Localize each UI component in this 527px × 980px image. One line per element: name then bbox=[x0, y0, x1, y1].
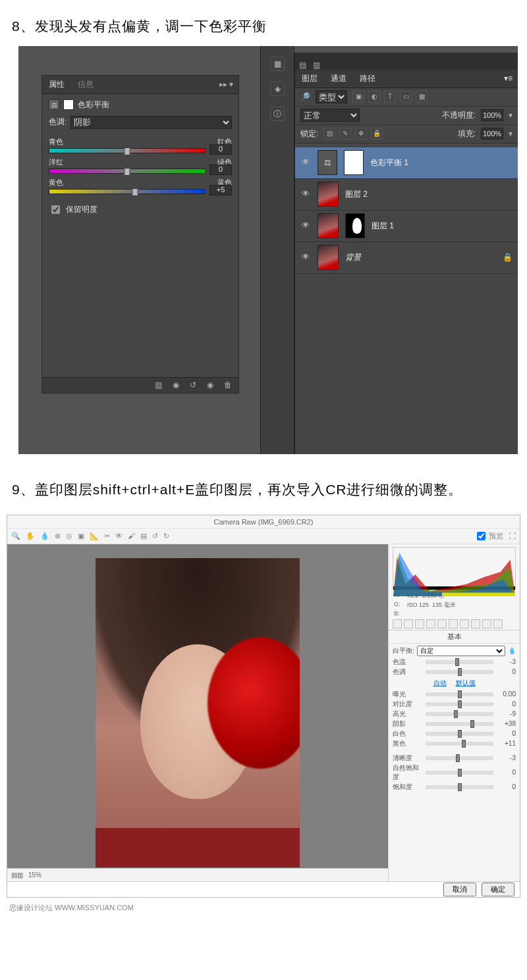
panel-menu-icon[interactable]: ▸▸ ▾ bbox=[214, 80, 238, 89]
preserve-luminosity-input[interactable] bbox=[51, 205, 60, 214]
rotate-ccw-icon[interactable]: ↺ bbox=[152, 532, 158, 540]
ok-button[interactable]: 确定 bbox=[482, 883, 514, 896]
lock-trans-icon[interactable]: ▨ bbox=[323, 128, 335, 140]
rotate-cw-icon[interactable]: ↻ bbox=[163, 532, 169, 540]
mask-thumb[interactable] bbox=[345, 213, 365, 238]
auto-link[interactable]: 自动 bbox=[433, 679, 447, 688]
grad-tool-icon[interactable]: ▤ bbox=[140, 532, 147, 540]
layer-name[interactable]: 图层 2 bbox=[345, 189, 368, 200]
slider-whites[interactable]: 白色0 bbox=[393, 729, 516, 738]
align-icon[interactable]: ▥ bbox=[313, 61, 320, 70]
view-prev-icon[interactable]: ◉ bbox=[173, 380, 179, 390]
wb-eyedropper-icon[interactable]: 💧 bbox=[508, 647, 516, 654]
slider-contrast[interactable]: 对比度0 bbox=[393, 700, 516, 709]
tab-info[interactable]: 信息 bbox=[71, 76, 100, 93]
wb-tool-icon[interactable]: 💧 bbox=[40, 532, 49, 540]
layer-row-color-balance[interactable]: 👁 ⚖ 色彩平衡 1 bbox=[295, 147, 518, 179]
layer-row-background[interactable]: 👁 背景 🔒 bbox=[295, 242, 518, 274]
tab-paths[interactable]: 路径 bbox=[353, 70, 382, 88]
opacity-dropdown-icon[interactable]: ▾ bbox=[509, 111, 513, 120]
opacity-value[interactable]: 100% bbox=[481, 109, 503, 121]
tab-detail-icon[interactable] bbox=[415, 619, 424, 629]
fill-value[interactable]: 100% bbox=[481, 128, 503, 140]
slider-blacks[interactable]: 黑色+11 bbox=[393, 739, 516, 748]
slider-tint[interactable]: 色调0 bbox=[393, 667, 516, 677]
visibility-icon[interactable]: ◉ bbox=[207, 380, 213, 390]
slider-cyan-red[interactable]: 青色红色 0 bbox=[49, 137, 232, 153]
tab-fx-icon[interactable] bbox=[460, 619, 469, 629]
layers-menu-icon[interactable]: ▾≡ bbox=[499, 74, 518, 83]
filter-shape-icon[interactable]: ▭ bbox=[400, 91, 412, 103]
sampler-tool-icon[interactable]: ⊕ bbox=[55, 532, 61, 540]
cube-icon[interactable]: ◈ bbox=[270, 82, 285, 96]
tab-split-icon[interactable] bbox=[437, 619, 447, 629]
cancel-button[interactable]: 取消 bbox=[443, 883, 476, 896]
lock-move-icon[interactable]: ✥ bbox=[355, 128, 367, 140]
zoom-tool-icon[interactable]: 🔍 bbox=[11, 532, 20, 540]
preview-checkbox[interactable]: 预览 bbox=[474, 530, 503, 542]
lock-all-icon[interactable]: 🔒 bbox=[371, 128, 383, 140]
eye-icon[interactable]: 👁 bbox=[300, 189, 311, 199]
lock-paint-icon[interactable]: ✎ bbox=[339, 128, 351, 140]
tab-preset-icon[interactable] bbox=[482, 619, 491, 629]
slider-clarity[interactable]: 清晰度-3 bbox=[393, 754, 516, 763]
slider-exposure[interactable]: 曝光0.00 bbox=[393, 690, 516, 699]
eye-icon[interactable]: 👁 bbox=[300, 252, 311, 263]
slider-vibrance[interactable]: 自然饱和度0 bbox=[393, 763, 516, 782]
tab-properties[interactable]: 属性 bbox=[42, 76, 71, 93]
value-yellow-blue[interactable]: +5 bbox=[209, 185, 232, 195]
layer-row-2[interactable]: 👁 图层 2 bbox=[295, 179, 518, 211]
straighten-tool-icon[interactable]: 📐 bbox=[90, 532, 99, 540]
layer-thumb[interactable] bbox=[318, 213, 339, 238]
tab-snap-icon[interactable] bbox=[493, 619, 503, 629]
layer-name[interactable]: 图层 1 bbox=[372, 220, 394, 232]
tone-select[interactable]: 阴影 bbox=[70, 116, 232, 129]
brush-tool-icon[interactable]: 🖌 bbox=[128, 532, 135, 540]
cr-preview-area[interactable]: ▤▥ 15% bbox=[7, 544, 388, 881]
reset-icon[interactable]: ↺ bbox=[190, 380, 196, 390]
eye-icon[interactable]: 👁 bbox=[300, 157, 311, 168]
trash-icon[interactable]: 🗑 bbox=[224, 380, 232, 390]
filter-type-icon[interactable]: T bbox=[384, 91, 396, 103]
layer-thumb[interactable] bbox=[318, 245, 339, 270]
tab-layers[interactable]: 图层 bbox=[295, 70, 324, 88]
target-tool-icon[interactable]: ◎ bbox=[66, 532, 72, 540]
slider-temp[interactable]: 色温-3 bbox=[393, 658, 516, 667]
filmstrip-icon[interactable]: ▤▥ bbox=[11, 871, 23, 879]
slider-highlights[interactable]: 高光-9 bbox=[393, 709, 516, 719]
info-icon[interactable]: ⓘ bbox=[270, 107, 285, 121]
adjustment-thumb[interactable]: ⚖ bbox=[318, 150, 337, 175]
mask-thumb[interactable] bbox=[344, 150, 364, 175]
redeye-tool-icon[interactable]: 👁 bbox=[115, 532, 123, 540]
fullscreen-icon[interactable]: ⛶ bbox=[509, 532, 516, 540]
layer-name[interactable]: 色彩平衡 1 bbox=[370, 157, 408, 168]
slider-yellow-blue[interactable]: 黄色蓝色 +5 bbox=[49, 178, 232, 194]
slider-shadows[interactable]: 阴影+38 bbox=[393, 719, 516, 729]
filter-type-select[interactable]: 类型 bbox=[316, 90, 347, 103]
tab-curve-icon[interactable] bbox=[404, 619, 413, 629]
value-magenta-green[interactable]: 0 bbox=[209, 165, 232, 175]
slider-saturation[interactable]: 饱和度0 bbox=[393, 783, 516, 792]
blend-mode-select[interactable]: 正常 bbox=[300, 109, 360, 122]
crop-tool-icon[interactable]: ▣ bbox=[78, 532, 84, 540]
fill-dropdown-icon[interactable]: ▾ bbox=[509, 129, 513, 138]
zoom-value[interactable]: 15% bbox=[28, 871, 42, 879]
eye-icon[interactable]: 👁 bbox=[300, 220, 311, 231]
tab-channels[interactable]: 通道 bbox=[324, 70, 353, 88]
wb-select[interactable]: 自定 bbox=[417, 646, 505, 656]
tab-lens-icon[interactable] bbox=[449, 619, 458, 629]
preserve-luminosity-checkbox[interactable]: 保留明度 bbox=[49, 203, 232, 216]
histogram[interactable] bbox=[393, 547, 516, 590]
filter-pixel-icon[interactable]: ▣ bbox=[352, 91, 364, 103]
arrange-icon[interactable]: ▦ bbox=[270, 57, 285, 71]
hand-tool-icon[interactable]: ✋ bbox=[26, 532, 35, 540]
align-icon[interactable]: ▤ bbox=[299, 61, 306, 70]
default-link[interactable]: 默认值 bbox=[456, 679, 476, 688]
clip-icon[interactable]: ▥ bbox=[155, 380, 162, 390]
spot-tool-icon[interactable]: ✂ bbox=[104, 532, 110, 540]
tab-calib-icon[interactable] bbox=[471, 619, 480, 629]
tab-hsl-icon[interactable] bbox=[426, 619, 435, 629]
slider-magenta-green[interactable]: 洋红绿色 0 bbox=[49, 157, 232, 174]
tab-basic-icon[interactable] bbox=[393, 619, 402, 629]
layer-name[interactable]: 背景 bbox=[345, 252, 361, 263]
